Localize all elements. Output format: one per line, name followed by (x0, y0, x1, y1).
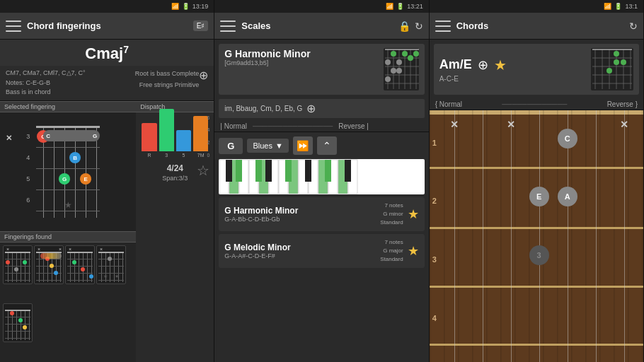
scale-thumb-fretboard (384, 48, 419, 90)
svg-rect-41 (345, 160, 351, 182)
fingerings-grid: × × × (0, 243, 136, 362)
lock-icon[interactable]: 🔒 (398, 21, 410, 32)
mini-dot (10, 311, 14, 315)
mute-string-1: ✕ (450, 119, 459, 130)
chord-info-left: CM7, CMa7, CMl7, C△7, C° Notes: C-E-G-B … (6, 69, 135, 98)
bar-label-5: 5 (183, 153, 185, 158)
mini-dot (23, 260, 27, 264)
mini-x: × (6, 247, 9, 252)
svg-point-55 (614, 59, 619, 65)
star-faint: ★ (64, 200, 72, 210)
string-6 (596, 110, 597, 362)
star-chord[interactable]: ★ (494, 57, 507, 74)
neck-texture (430, 110, 643, 362)
x-mark-1: ✕ (6, 134, 12, 143)
dot-E-neck: E (529, 187, 549, 206)
up-btn[interactable]: ⌃ (317, 136, 337, 155)
fret-num-4: 4 (432, 314, 437, 322)
mini-stars: ★ ★ (100, 274, 122, 279)
scale-info-box: G Harmonic Minor [Gm9add13,b5] (219, 44, 424, 95)
scale-type-selector[interactable]: Blues ▼ (247, 139, 288, 153)
bar-3: 3 (159, 109, 174, 158)
mini-fret-3[interactable]: × (65, 245, 95, 284)
svg-point-11 (385, 59, 391, 65)
mini-fret-1[interactable]: × (3, 245, 33, 284)
signal-icon: 📶 (171, 3, 179, 10)
scale-item-1-info: G Harmonic Minor G-A-Bb-C-D-Eb-Gb (224, 206, 376, 223)
left-column: Selected fingering ✕ (0, 101, 136, 362)
svg-point-53 (614, 51, 619, 57)
barre-bar: C G (43, 130, 100, 141)
scale-item-1-name: G Harmonic Minor (224, 206, 376, 216)
string-2 (483, 110, 483, 362)
scale-item-1[interactable]: G Harmonic Minor G-A-Bb-C-D-Eb-Gb 7 note… (219, 197, 424, 231)
section-label-fingering: Selected fingering (0, 101, 136, 112)
svg-point-16 (413, 51, 419, 57)
mini-dot (108, 257, 112, 261)
guitar-neck[interactable]: 1 2 3 4 ✕ ✕ ✕ C E A 3 (430, 110, 643, 362)
fret-num-1: 1 (432, 139, 437, 147)
fretboard-area[interactable]: ✕ 3 4 5 (0, 112, 136, 232)
mini-x: × (100, 247, 103, 252)
chord-info-right: Root is bass Complete Free strings Primi… (135, 69, 200, 90)
key-badge[interactable]: E♯ (193, 21, 209, 31)
bar-5: 5 (176, 130, 191, 158)
fret-num-4: 4 (26, 154, 30, 161)
status-bar-1: 📶 🔋 13:19 (0, 0, 214, 13)
menu-icon[interactable] (6, 21, 21, 32)
scale-item-1-meta: 7 notes G minor Standard (380, 202, 403, 227)
bar-chart: R 3 5 7M (139, 115, 211, 158)
section-label-fingerings: Fingerings found (0, 231, 136, 243)
fret-line-4 (430, 344, 643, 346)
add-chord-btn[interactable]: ⊕ (478, 57, 488, 73)
mini-fret-4[interactable]: × ★ ★ (96, 245, 126, 284)
scale-item-2-info: G Melodic Minor G-A-A#-C-D-E-F# (224, 243, 376, 259)
scale-item-2-meta: 7 notes G major Standard (380, 238, 403, 264)
fret-line-1 (430, 167, 643, 169)
panel-chord-fingerings: 📶 🔋 13:19 Chord fingerings E♯ Cmaj7 CM7,… (0, 0, 214, 362)
bar-label-3: 3 (165, 153, 168, 158)
dot-B: B (69, 152, 81, 163)
star-filled-2[interactable]: ★ (408, 243, 419, 259)
scale-info-left: G Harmonic Minor [Gm9add13,b5] (224, 48, 310, 66)
chord-notes-p3: A-C-E (439, 75, 591, 83)
scale-item-2[interactable]: G Melodic Minor G-A-A#-C-D-E-F# 7 notes … (219, 234, 424, 268)
mini-fret-2[interactable]: × × (34, 245, 64, 284)
time-display-2: 13:21 (407, 3, 423, 10)
menu-icon-3[interactable] (435, 21, 451, 32)
add-related-btn[interactable]: ⊕ (306, 102, 316, 115)
star-filled-1[interactable]: ★ (408, 206, 419, 222)
count-star-area: 4/24 Span:3/3 ☆ (136, 159, 214, 186)
fret-num-2: 2 (432, 197, 437, 205)
mini-dot (14, 267, 18, 272)
add-variation-btn[interactable]: ⊕ (199, 69, 208, 82)
normal-reverse-bar-3: { Normal ───────────── Reverse } (430, 99, 643, 110)
fret-num-3: 3 (432, 255, 437, 264)
svg-point-15 (408, 55, 413, 61)
battery-icon: 🔋 (182, 3, 190, 10)
mute-string-7: ✕ (620, 119, 628, 130)
thumb-svg (384, 48, 419, 90)
chord-thumb-fretboard (591, 48, 633, 90)
star-btn[interactable]: ☆ (197, 162, 209, 179)
mute-string-3: ✕ (507, 119, 515, 130)
next-btn[interactable]: ⏩ (293, 136, 313, 155)
mini-fret-5[interactable] (3, 303, 33, 342)
mini-dot (23, 325, 27, 329)
menu-icon-2[interactable] (220, 21, 236, 32)
fret-num-3: 3 (26, 133, 30, 140)
refresh-icon-3[interactable]: ↻ (629, 21, 638, 32)
top-bar-3: Chords ↻ (430, 13, 643, 40)
mini-dot (89, 274, 93, 279)
piano-keyboard[interactable] (219, 159, 424, 194)
refresh-icon[interactable]: ↻ (415, 21, 423, 32)
mini-dot (72, 260, 76, 264)
panel-chords: 📶 🔋 13:1 Chords ↻ Am/E ⊕ ★ A-C-E (430, 0, 644, 362)
mini-dot (6, 260, 10, 264)
dropdown-arrow: ▼ (275, 141, 283, 150)
chord-info-row: CM7, CMa7, CMl7, C△7, C° Notes: C-E-G-B … (0, 66, 214, 101)
svg-point-18 (396, 68, 402, 74)
chord-name-row: Am/E ⊕ ★ (439, 57, 591, 74)
key-selector[interactable]: G (219, 138, 243, 154)
battery-icon-2: 🔋 (396, 3, 404, 10)
